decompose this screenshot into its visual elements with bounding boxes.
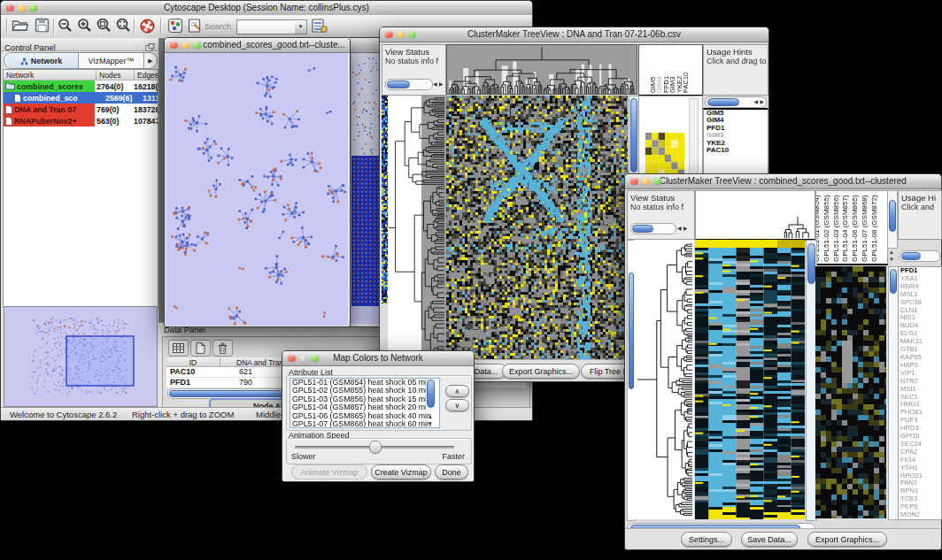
scroll-right-icon[interactable]: ▶ xyxy=(760,98,764,106)
tv2-collabel-vscroll-thumb[interactable] xyxy=(889,200,896,232)
network-table-row[interactable]: DNA and Tran 07769(0)183728(0) xyxy=(4,104,158,115)
tab-vizmapper[interactable]: VizMapper™ xyxy=(79,53,143,68)
tv1-hints-scrollbar[interactable]: ◀ ▶ xyxy=(705,96,767,108)
tv2-hints-scrollbar[interactable] xyxy=(900,250,940,262)
dialog-titlebar[interactable]: Map Colors to Network xyxy=(282,351,474,366)
col-nodes[interactable]: Nodes xyxy=(97,70,135,81)
zoom-in-icon[interactable] xyxy=(77,18,95,35)
tv2-row-dendrogram[interactable] xyxy=(634,240,694,519)
col-edges[interactable]: Edges xyxy=(135,70,158,81)
open-file-icon[interactable] xyxy=(12,18,29,35)
scroll-down-icon[interactable]: ▼ xyxy=(889,256,894,264)
network-table-row[interactable]: combined_sco2569(6)13112(15) xyxy=(4,92,158,104)
col-network[interactable]: Network xyxy=(4,70,97,81)
scroll-right-icon[interactable]: ▶ xyxy=(439,81,444,88)
tv2-status-scrollbar[interactable] xyxy=(630,223,676,234)
scroll-left-icon[interactable]: ◀ xyxy=(753,98,758,106)
search-input[interactable] xyxy=(236,19,297,35)
save-icon[interactable] xyxy=(35,18,52,35)
minimize-button[interactable] xyxy=(397,31,405,39)
help-lifesaver-icon[interactable] xyxy=(139,18,157,35)
zoom-button[interactable] xyxy=(653,178,661,186)
close-button[interactable] xyxy=(385,31,393,39)
tv2-collabel-vscrollbar[interactable] xyxy=(887,190,898,249)
main-titlebar[interactable]: Cytoscape Desktop (Session Name: collins… xyxy=(1,1,532,16)
tv1-heatmap[interactable] xyxy=(446,96,628,360)
array-column-label[interactable]: GPL51-06 (GSM865) xyxy=(851,195,859,262)
zoom-button[interactable] xyxy=(408,31,416,39)
zoom-button[interactable] xyxy=(29,4,37,12)
tv1-export-graphics-button[interactable]: Export Graphics... xyxy=(502,364,580,379)
tv2-save-data-button[interactable]: Save Data... xyxy=(741,532,798,547)
scroll-down-icon[interactable]: ▼ xyxy=(428,420,433,428)
attribute-list-item[interactable]: GPL51-07 (GSM868) heat shock 60 min xyxy=(290,420,439,428)
tv1-status-scroll-thumb[interactable] xyxy=(387,81,410,88)
array-column-label[interactable]: GPL51-07 (GSM868) xyxy=(861,195,869,262)
tv2-export-graphics-button[interactable]: Export Graphics... xyxy=(807,532,887,547)
zoom-button[interactable] xyxy=(311,355,319,363)
tv1-row-dendrogram[interactable] xyxy=(388,96,446,360)
array-column-label[interactable]: GPL51-08 (GSM872) xyxy=(870,195,878,262)
gene-label[interactable]: PAC10 xyxy=(704,147,768,154)
close-button[interactable] xyxy=(630,178,638,186)
close-button[interactable] xyxy=(6,4,14,12)
tab-overflow-arrow[interactable]: ▶ xyxy=(143,53,157,68)
delete-attribute-trash-icon[interactable] xyxy=(212,340,233,357)
tv2-gene-vscroll-thumb[interactable] xyxy=(890,269,897,294)
zoom-out-icon[interactable] xyxy=(58,18,75,35)
tv1-mini-heatmap[interactable] xyxy=(645,133,684,177)
tv2-settings-button[interactable]: Settings... xyxy=(681,532,732,547)
minimize-button[interactable] xyxy=(18,4,26,12)
array-column-label[interactable]: GPL51-04 (GSM857) xyxy=(841,195,849,262)
attribute-list-vscrollbar[interactable] xyxy=(426,379,435,412)
tv1-hints-scroll-thumb[interactable] xyxy=(707,98,739,106)
zoom-fit-icon[interactable] xyxy=(116,18,134,35)
array-column-label[interactable]: GPL51-02 (GSM855) xyxy=(822,195,830,262)
data-col-id[interactable]: ID xyxy=(166,357,220,367)
close-button[interactable] xyxy=(288,355,296,363)
network-view-titlebar[interactable]: combined_scores_good.txt--cluste... xyxy=(165,38,350,53)
close-button[interactable] xyxy=(170,42,178,50)
tab-network[interactable]: Network xyxy=(4,53,79,68)
network-table-row[interactable]: RNAPuberNov2+563(0)107847(0) xyxy=(4,115,158,127)
tv2-column-dendrogram[interactable] xyxy=(783,215,813,238)
animation-slider-thumb[interactable] xyxy=(369,441,382,454)
minimize-button[interactable] xyxy=(181,42,189,50)
treeview1-titlebar[interactable]: ClusterMaker TreeView : DNA and Tran 07-… xyxy=(380,27,768,42)
gene-label[interactable]: MON2 xyxy=(899,511,941,519)
scroll-right-icon[interactable]: ▶ xyxy=(683,225,688,233)
tv2-status-scroll-thumb[interactable] xyxy=(632,225,653,233)
tv2-heatmap[interactable] xyxy=(695,240,805,519)
tv1-status-scrollbar[interactable] xyxy=(385,79,433,90)
birdseye-view[interactable] xyxy=(4,307,155,404)
zoom-button[interactable] xyxy=(193,42,201,50)
network-name-label: DNA and Tran 07 xyxy=(14,105,76,114)
network-graph-view[interactable] xyxy=(166,53,348,326)
tv2-heatmap-vscroll-thumb[interactable] xyxy=(807,243,815,284)
network-table-row[interactable]: combined_scores2764(0)16218(0) xyxy=(4,81,158,92)
tv1-column-dendrogram[interactable] xyxy=(446,44,637,95)
minimize-button[interactable] xyxy=(642,178,650,186)
scroll-left-icon[interactable]: ◀ xyxy=(433,81,437,88)
array-column-label[interactable]: GPL51-03 (GSM856) xyxy=(832,195,840,262)
tv2-detail-heatmap[interactable] xyxy=(815,266,886,518)
tv2-hints-scroll-thumb[interactable] xyxy=(901,252,921,260)
new-attribute-button[interactable] xyxy=(190,340,211,357)
attribute-list-vscroll-thumb[interactable] xyxy=(427,380,435,408)
zoom-selected-icon[interactable] xyxy=(97,18,114,35)
attribute-browser-icon[interactable] xyxy=(311,18,328,35)
done-button[interactable]: Done xyxy=(435,464,468,479)
search-dropdown-button[interactable]: ▼ xyxy=(295,19,307,35)
scroll-left-icon[interactable]: ◀ xyxy=(677,225,682,233)
tv1-heatmap-vscroll-thumb[interactable] xyxy=(630,98,637,173)
create-vizmap-button[interactable]: Create Vizmap xyxy=(371,464,431,479)
annotation-icon[interactable] xyxy=(187,18,205,35)
array-column-label[interactable]: PAC10 xyxy=(682,73,690,93)
tv2-view-status-text: No status info f xyxy=(628,203,694,211)
treeview2-titlebar[interactable]: ClusterMaker TreeView : combined_scores_… xyxy=(625,174,941,189)
attribute-list[interactable]: GPL51-01 (GSM854) heat shock 05 minGPL51… xyxy=(290,378,440,428)
move-down-button[interactable]: ∨ xyxy=(445,399,469,411)
vizmap-nodes-icon[interactable] xyxy=(167,18,185,35)
move-up-button[interactable]: ∧ xyxy=(445,385,469,397)
select-attributes-button[interactable] xyxy=(168,340,189,357)
